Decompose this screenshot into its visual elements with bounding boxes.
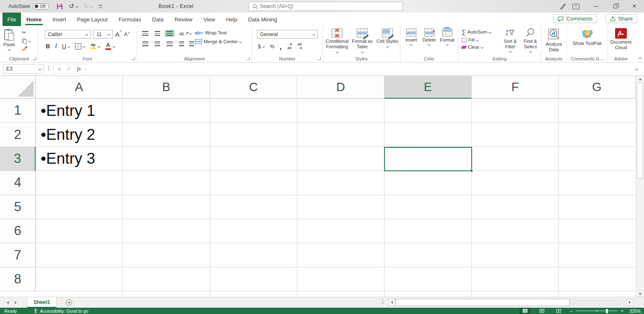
undo-dropdown-icon[interactable] <box>75 5 78 8</box>
increase-decimal-button[interactable]: ←0.00 <box>287 43 292 50</box>
paste-dropdown-icon[interactable] <box>8 48 11 51</box>
decrease-indent-icon[interactable] <box>179 42 184 46</box>
copy-button[interactable] <box>22 38 31 44</box>
clipboard-dialog-launcher-icon[interactable] <box>33 57 36 60</box>
conditional-formatting-button[interactable]: Conditional Formatting <box>325 29 350 53</box>
row-header-4[interactable]: 4 <box>0 171 36 195</box>
zoom-slider-handle[interactable] <box>606 309 608 313</box>
number-format-combo[interactable]: General <box>257 30 318 39</box>
font-color-button[interactable]: A <box>105 42 115 50</box>
minimize-button[interactable] <box>586 0 605 13</box>
customize-qat-button[interactable] <box>99 5 102 8</box>
autosave-control[interactable]: AutoSave Off <box>8 3 49 10</box>
ink-pen-icon[interactable] <box>559 3 566 10</box>
column-header-f[interactable]: F <box>472 76 559 99</box>
decrease-font-size-button[interactable]: A <box>124 31 130 37</box>
row-header-6[interactable]: 6 <box>0 219 36 243</box>
percent-style-button[interactable]: % <box>270 43 275 50</box>
align-left-button[interactable] <box>140 40 150 47</box>
tab-home[interactable]: Home <box>21 13 47 26</box>
format-cells-button[interactable]: Format <box>438 29 456 45</box>
column-header-g[interactable]: G <box>559 76 635 99</box>
cell-area[interactable]: •Entry 1 •Entry 2 •Entry 3 <box>36 99 636 297</box>
ribbon-display-options-button[interactable] <box>572 4 579 9</box>
horizontal-scrollbar[interactable] <box>382 298 623 306</box>
name-box-dropdown-icon[interactable] <box>39 67 42 70</box>
name-box[interactable]: E3 <box>3 64 44 73</box>
row-header-7[interactable]: 7 <box>0 243 36 267</box>
row-header-8[interactable]: 8 <box>0 267 36 291</box>
scrollbar-resize-handle[interactable] <box>382 299 383 305</box>
scroll-left-button[interactable] <box>388 299 395 306</box>
accessibility-status[interactable]: Accessibility: Good to go <box>34 309 88 314</box>
next-sheet-icon[interactable] <box>15 301 17 304</box>
cancel-entry-icon[interactable]: × <box>58 66 61 72</box>
tab-data-mining[interactable]: Data Mining <box>243 13 283 26</box>
analyze-data-button[interactable]: Analyze Data <box>541 28 566 52</box>
wrap-text-button[interactable]: ab↩ Wrap Text <box>195 30 242 35</box>
enter-entry-icon[interactable]: ✓ <box>67 66 71 72</box>
alignment-dialog-launcher-icon[interactable] <box>247 57 250 60</box>
normal-view-button[interactable] <box>519 308 530 314</box>
document-cloud-button[interactable]: Document Cloud <box>608 28 634 50</box>
cut-icon[interactable]: ✂ <box>22 29 26 36</box>
delete-cells-button[interactable]: × Delete <box>420 29 438 45</box>
paste-button[interactable]: Paste <box>3 29 15 50</box>
number-dialog-launcher-icon[interactable] <box>317 57 321 60</box>
zoom-in-button[interactable]: + <box>621 309 623 314</box>
sort-filter-button[interactable]: AZ Sort & Filter <box>500 28 520 52</box>
scroll-right-button[interactable] <box>626 299 634 306</box>
insert-function-icon[interactable]: fx <box>77 65 81 72</box>
bold-button[interactable]: B <box>46 43 50 50</box>
align-right-button[interactable] <box>165 40 174 47</box>
undo-button[interactable]: ↺ <box>69 3 78 10</box>
clear-button[interactable]: Clear <box>462 44 491 50</box>
formula-input[interactable] <box>88 64 631 74</box>
tab-view[interactable]: View <box>198 13 221 26</box>
fill-color-button[interactable] <box>90 44 100 49</box>
new-sheet-button[interactable]: + <box>66 299 72 306</box>
vertical-scroll-thumb[interactable] <box>637 83 643 178</box>
tab-review[interactable]: Review <box>169 13 198 26</box>
indent-buttons[interactable] <box>177 40 196 47</box>
formula-bar-resize-handle[interactable] <box>48 66 49 72</box>
italic-button[interactable]: I <box>55 43 57 50</box>
bottom-align-button[interactable] <box>165 30 174 37</box>
row-header-2[interactable]: 2 <box>0 123 36 147</box>
tab-insert[interactable]: Insert <box>47 13 72 26</box>
autosum-button[interactable]: ∑ AutoSum <box>462 29 491 35</box>
cell-a2[interactable]: •Entry 2 <box>36 123 161 147</box>
top-align-button[interactable] <box>140 30 150 37</box>
zoom-out-button[interactable]: − <box>570 309 573 314</box>
cell-a3[interactable]: •Entry 3 <box>36 147 161 171</box>
expand-formula-bar-button[interactable] <box>631 64 641 74</box>
decrease-decimal-button[interactable]: .00→0 <box>297 43 302 50</box>
font-size-combo[interactable]: 11 <box>93 30 113 39</box>
cell-styles-button[interactable]: Cell Styles <box>375 29 400 53</box>
fill-handle[interactable] <box>470 169 473 172</box>
increase-indent-icon[interactable] <box>189 42 194 46</box>
middle-align-button[interactable] <box>153 30 162 37</box>
orientation-button[interactable]: ab↗ <box>177 29 196 37</box>
scroll-up-button[interactable] <box>636 76 644 82</box>
accounting-format-button[interactable]: $ <box>258 43 265 50</box>
column-header-c[interactable]: C <box>210 76 297 99</box>
redo-button[interactable]: ↻ <box>84 3 93 10</box>
comments-button[interactable]: Comments <box>553 14 597 23</box>
borders-button[interactable] <box>75 43 85 50</box>
page-layout-view-button[interactable] <box>536 308 547 314</box>
tab-help[interactable]: Help <box>221 13 243 26</box>
tab-formulas[interactable]: Formulas <box>113 13 147 26</box>
close-button[interactable]: × <box>625 0 644 13</box>
cell-a1[interactable]: •Entry 1 <box>36 99 161 123</box>
center-button[interactable] <box>153 40 162 47</box>
column-header-b[interactable]: B <box>123 76 210 99</box>
font-name-combo[interactable]: Calibri <box>45 30 91 39</box>
collapse-ribbon-icon[interactable] <box>639 57 641 60</box>
scroll-down-button[interactable] <box>636 290 644 297</box>
column-header-e[interactable]: E <box>384 76 472 99</box>
search-input[interactable]: Search (Alt+Q) <box>249 2 403 11</box>
format-painter-icon[interactable] <box>22 46 28 52</box>
save-icon[interactable] <box>57 3 63 10</box>
font-dialog-launcher-icon[interactable] <box>132 57 135 60</box>
